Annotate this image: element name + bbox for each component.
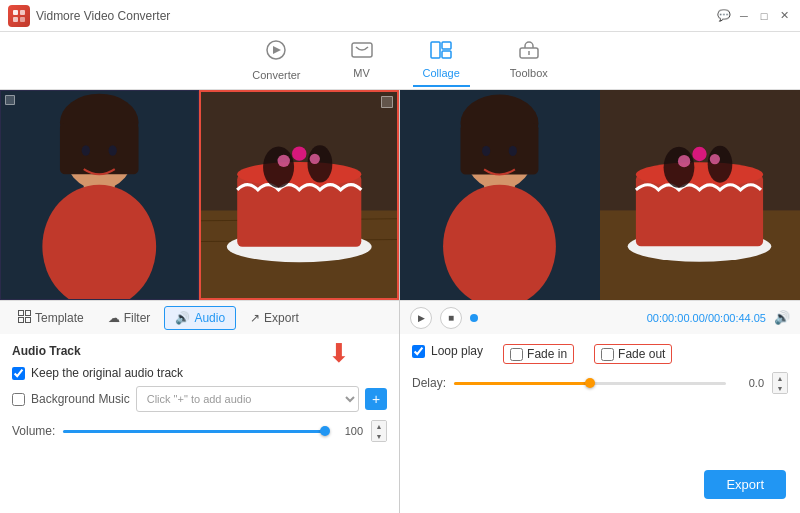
svg-point-52 (678, 155, 690, 167)
svg-point-53 (710, 154, 720, 164)
export-icon: ↗ (250, 311, 260, 325)
tab-converter[interactable]: Converter (242, 33, 310, 89)
svg-point-31 (309, 154, 319, 164)
svg-rect-2 (13, 17, 18, 22)
volume-fill (63, 430, 325, 433)
template-label: Template (35, 311, 84, 325)
export-toolbar-button[interactable]: ↗ Export (240, 307, 309, 329)
svg-point-30 (277, 155, 289, 167)
volume-label: Volume: (12, 424, 55, 438)
svg-point-19 (82, 145, 90, 155)
audio-label: Audio (194, 311, 225, 325)
app-logo (8, 5, 30, 27)
loop-play-row: Loop play (412, 344, 483, 358)
toolbox-icon (518, 41, 540, 64)
progress-indicator[interactable] (470, 314, 478, 322)
right-preview (400, 90, 800, 300)
right-video-cell-2 (600, 90, 800, 300)
collage-icon (430, 41, 452, 64)
volume-slider[interactable] (63, 430, 325, 433)
tab-mv[interactable]: MV (341, 35, 383, 87)
right-panel: ▶ ■ 00:00:00.00/00:00:44.05 🔊 Loop play … (400, 90, 800, 513)
svg-point-51 (708, 146, 733, 183)
volume-spinner: ▲ ▼ (371, 420, 387, 442)
tab-toolbox[interactable]: Toolbox (500, 35, 558, 87)
delay-value: 0.0 (734, 377, 764, 389)
delay-slider[interactable] (454, 382, 726, 385)
resize-handle[interactable] (381, 96, 393, 108)
svg-rect-7 (431, 42, 440, 58)
loop-play-checkbox[interactable] (412, 345, 425, 358)
tab-mv-label: MV (353, 67, 370, 79)
svg-point-43 (482, 146, 490, 156)
tab-collage[interactable]: Collage (413, 35, 470, 87)
svg-point-44 (509, 146, 517, 156)
nav-bar: Converter MV Collage Toolb (0, 32, 800, 90)
fade-out-box: Fade out (594, 344, 672, 364)
tab-converter-label: Converter (252, 69, 300, 81)
mv-icon (351, 41, 373, 64)
bg-music-label: Background Music (31, 392, 130, 406)
delay-thumb[interactable] (585, 378, 595, 388)
export-area: Export (704, 470, 786, 499)
volume-value: 100 (333, 425, 363, 437)
stop-button[interactable]: ■ (440, 307, 462, 329)
play-button[interactable]: ▶ (410, 307, 432, 329)
fade-in-checkbox[interactable] (510, 348, 523, 361)
filter-label: Filter (124, 311, 151, 325)
delay-down[interactable]: ▼ (773, 383, 787, 393)
tab-collage-label: Collage (423, 67, 460, 79)
arrow-indicator: ⬇ (328, 338, 350, 369)
volume-down[interactable]: ▼ (372, 431, 386, 441)
svg-point-27 (237, 162, 361, 187)
export-button[interactable]: Export (704, 470, 786, 499)
video-cell-1[interactable] (0, 90, 199, 300)
svg-rect-36 (26, 317, 31, 322)
svg-rect-0 (13, 10, 18, 15)
fade-out-checkbox[interactable] (601, 348, 614, 361)
video-cell-2[interactable] (199, 90, 400, 300)
delay-up[interactable]: ▲ (773, 373, 787, 383)
volume-up[interactable]: ▲ (372, 421, 386, 431)
svg-rect-40 (461, 123, 539, 174)
audio-button[interactable]: 🔊 Audio (164, 306, 236, 330)
svg-rect-34 (26, 310, 31, 315)
svg-marker-5 (273, 46, 281, 54)
close-icon[interactable]: ✕ (776, 8, 792, 24)
svg-rect-35 (19, 317, 24, 322)
svg-point-20 (109, 145, 117, 155)
svg-point-50 (664, 147, 695, 188)
filter-button[interactable]: ☁ Filter (98, 307, 161, 329)
video-preview-area (0, 90, 399, 300)
volume-thumb[interactable] (320, 426, 330, 436)
time-current: 00:00:00.00 (647, 312, 705, 324)
template-icon (18, 310, 31, 326)
add-audio-button[interactable]: + (365, 388, 387, 410)
template-button[interactable]: Template (8, 306, 94, 330)
svg-rect-33 (19, 310, 24, 315)
window-controls: 💬 ─ □ ✕ (716, 8, 792, 24)
maximize-icon[interactable]: □ (756, 8, 772, 24)
time-display: 00:00:00.00/00:00:44.05 (647, 312, 766, 324)
volume-icon[interactable]: 🔊 (774, 310, 790, 325)
volume-row: Volume: 100 ▲ ▼ (12, 420, 387, 442)
bg-music-select[interactable]: Click "+" to add audio (136, 386, 359, 412)
svg-rect-16 (60, 123, 139, 175)
chat-icon[interactable]: 💬 (716, 8, 732, 24)
bg-music-checkbox[interactable] (12, 393, 25, 406)
bottom-toolbar: Template ☁ Filter 🔊 Audio ↗ Export (0, 300, 399, 334)
delay-spinner: ▲ ▼ (772, 372, 788, 394)
svg-rect-1 (20, 10, 25, 15)
filter-icon: ☁ (108, 311, 120, 325)
svg-point-32 (292, 146, 306, 160)
minimize-icon[interactable]: ─ (736, 8, 752, 24)
keep-original-label: Keep the original audio track (31, 366, 183, 380)
converter-icon (265, 39, 287, 66)
svg-rect-8 (442, 42, 451, 49)
fade-in-label: Fade in (527, 347, 567, 361)
fade-out-label: Fade out (618, 347, 665, 361)
right-video-cell-1 (400, 90, 600, 300)
title-bar-left: Vidmore Video Converter (8, 5, 170, 27)
keep-original-checkbox[interactable] (12, 367, 25, 380)
bg-music-row: Background Music Click "+" to add audio … (12, 386, 387, 412)
